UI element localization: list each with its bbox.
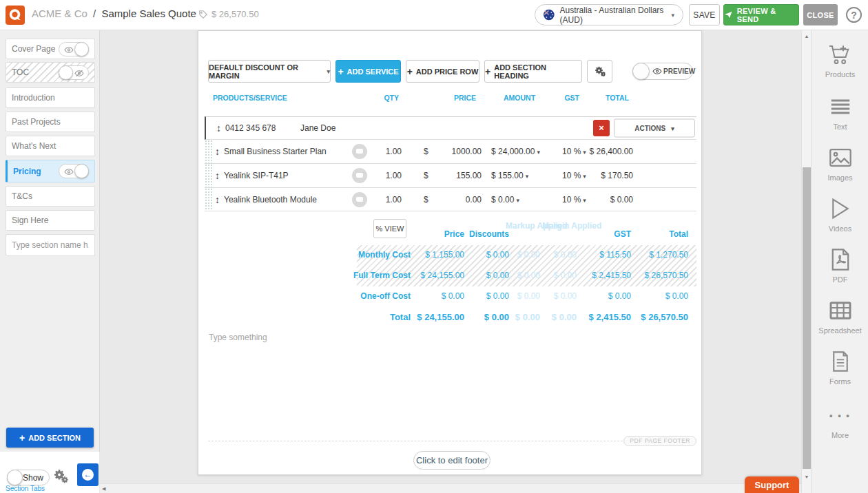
summary-value: $ 0.00 — [517, 250, 540, 260]
comment-bubble-icon[interactable] — [352, 144, 367, 159]
sidebar-item-pricing[interactable]: Pricing — [6, 160, 95, 182]
pricing-table-header: PRODUCTS/SERVICE QTY PRICE AMOUNT GST TO… — [205, 94, 696, 103]
account-name[interactable]: ACME & Co — [32, 8, 87, 19]
sidebar-item-introduction[interactable]: Introduction — [6, 87, 95, 108]
tool-spreadsheet[interactable]: Spreadsheet — [812, 297, 868, 335]
contact-phone[interactable]: 0412 345 678 — [225, 123, 276, 133]
qty-value[interactable]: 1.00 — [370, 171, 402, 180]
summary-row-label: Full Term Cost — [353, 271, 411, 280]
show-toggle-label: Show — [23, 473, 43, 483]
tool-text[interactable]: Text — [812, 94, 868, 131]
sidebar-item-sign-here[interactable]: Sign Here — [6, 210, 95, 231]
tool-videos[interactable]: Videos — [812, 196, 868, 233]
default-discount-dropdown[interactable]: DEFAULT DISCOUNT OR MARGIN ▾ — [208, 60, 331, 83]
drag-handle-icon[interactable]: ↕ — [215, 146, 220, 157]
comment-bubble-icon[interactable] — [352, 168, 367, 183]
product-name[interactable]: Yealink SIP-T41P — [224, 171, 289, 180]
tool-more[interactable]: • • • More — [812, 402, 868, 439]
eye-off-icon — [74, 69, 84, 78]
sidebar-item-cover-page[interactable]: Cover Page — [6, 39, 95, 59]
help-icon[interactable]: ? — [846, 7, 862, 23]
scroll-down-arrow[interactable]: ▼ — [802, 472, 812, 482]
actions-dropdown[interactable]: ACTIONS ▾ — [614, 119, 695, 138]
review-send-button[interactable]: REVIEW & SEND — [723, 4, 799, 25]
close-button[interactable]: CLOSE — [803, 4, 838, 25]
summary-value: $ 0.00 — [554, 250, 577, 260]
settings-gears-icon[interactable] — [52, 468, 69, 487]
comment-bubble-icon[interactable] — [352, 192, 367, 207]
row-drag-strip[interactable] — [205, 188, 213, 211]
save-button[interactable]: SAVE — [689, 4, 720, 25]
contact-name[interactable]: Jane Doe — [300, 123, 335, 133]
sidebar-item-whats-next[interactable]: What's Next — [6, 136, 95, 156]
quote-title[interactable]: Sample Sales Quote — [101, 8, 196, 19]
horizontal-scrollbar[interactable]: ◀ — [100, 483, 801, 493]
add-section-heading-button[interactable]: + ADD SECTION HEADING — [484, 60, 582, 83]
sidebar-item-tcs[interactable]: T&Cs — [6, 186, 95, 207]
sidebar-item-label: TOC — [12, 67, 29, 77]
new-section-name-input[interactable] — [6, 234, 95, 256]
price-value[interactable]: 1000.00 — [432, 147, 482, 156]
collapse-sidebar-button[interactable]: ← — [77, 463, 99, 486]
scroll-left-arrow[interactable]: ◀ — [102, 484, 105, 493]
show-toggle[interactable]: Show — [7, 470, 50, 485]
amount-dropdown[interactable]: $ 24,000.00▾ — [491, 147, 540, 156]
price-value[interactable]: 155.00 — [432, 171, 482, 180]
price-value[interactable]: 0.00 — [432, 195, 482, 204]
currency-selector[interactable]: Australia - Australian Dollars (AUD) ▾ — [535, 4, 683, 25]
drag-handle-icon[interactable]: ↕ — [215, 170, 220, 181]
toggle-knob — [7, 470, 23, 485]
visibility-toggle-on[interactable] — [59, 164, 89, 178]
add-section-button[interactable]: + ADD SECTION — [6, 428, 94, 448]
pricing-settings-button[interactable] — [587, 60, 612, 83]
delete-row-button[interactable]: × — [593, 120, 610, 136]
summary-value: $ 0.00 — [486, 250, 509, 260]
tool-label: Forms — [812, 377, 868, 386]
drag-handle-icon[interactable]: ↕ — [215, 194, 220, 205]
preview-toggle[interactable]: PREVIEW — [632, 63, 693, 80]
amount-dropdown[interactable]: $ 0.00▾ — [491, 195, 519, 204]
percent-view-button[interactable]: % VIEW — [373, 219, 406, 238]
summary-value: $ 0.00 — [554, 271, 577, 280]
tool-label: PDF — [812, 275, 868, 284]
app-logo-icon[interactable] — [6, 6, 25, 25]
visibility-toggle-off[interactable] — [59, 65, 89, 80]
gst-dropdown[interactable]: 10 %▾ — [562, 195, 586, 204]
add-service-button[interactable]: + ADD SERVICE — [335, 60, 401, 83]
text-block-placeholder[interactable]: Type something — [209, 333, 267, 342]
sidebar-item-past-projects[interactable]: Past Projects — [6, 112, 95, 132]
amount-dropdown[interactable]: $ 155.00▾ — [491, 171, 528, 180]
row-drag-strip[interactable] — [205, 140, 213, 163]
currency-symbol: $ — [424, 147, 428, 156]
summary-value: $ 0.00 — [517, 271, 540, 280]
tool-images[interactable]: Images — [812, 145, 868, 182]
tool-products[interactable]: Products — [812, 41, 868, 78]
row-drag-strip[interactable] — [205, 164, 213, 187]
qty-value[interactable]: 1.00 — [370, 147, 402, 156]
product-name[interactable]: Small Business Starter Plan — [224, 147, 327, 156]
tool-pdf[interactable]: PDF — [812, 246, 868, 284]
product-name[interactable]: Yealink Bluetooth Module — [224, 195, 317, 204]
plus-icon: + — [485, 66, 490, 77]
qty-value[interactable]: 1.00 — [370, 195, 402, 204]
vertical-scrollbar[interactable]: ▲ ▼ — [801, 30, 811, 493]
form-document-icon — [831, 350, 849, 373]
gst-dropdown[interactable]: 10 %▾ — [562, 147, 586, 156]
gst-dropdown[interactable]: 10 %▾ — [562, 171, 586, 180]
section-tabs-label[interactable]: Section Tabs — [6, 485, 45, 492]
drag-handle-icon[interactable]: ↕ — [216, 123, 221, 134]
currency-selector-label: Australia - Australian Dollars (AUD) — [560, 6, 666, 25]
col-amount: AMOUNT — [504, 94, 535, 102]
tool-forms[interactable]: Forms — [812, 348, 868, 386]
visibility-toggle-on[interactable] — [59, 42, 89, 56]
text-lines-icon — [830, 98, 851, 115]
sidebar-item-toc[interactable]: TOC — [6, 62, 95, 83]
scroll-up-arrow[interactable]: ▲ — [802, 32, 812, 41]
scrollbar-thumb[interactable] — [803, 167, 811, 469]
pdf-footer-divider — [208, 441, 692, 441]
summary-value: $ 0.00 — [552, 312, 577, 322]
add-price-row-button[interactable]: + ADD PRICE ROW — [406, 60, 479, 83]
gst-value: 10 % — [562, 195, 581, 204]
edit-footer-button[interactable]: Click to edit footer — [413, 451, 490, 470]
support-button[interactable]: Support — [745, 476, 799, 493]
